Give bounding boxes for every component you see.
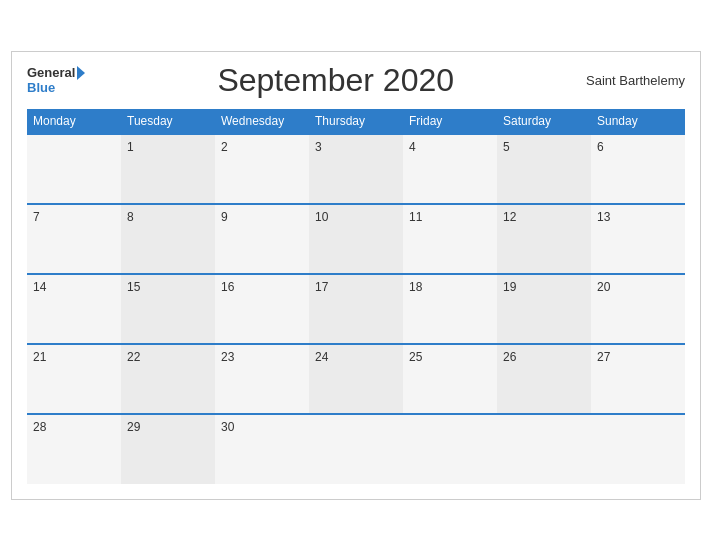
day-header-tuesday: Tuesday xyxy=(121,109,215,134)
week-row-3: 21222324252627 xyxy=(27,344,685,414)
calendar-cell: 2 xyxy=(215,134,309,204)
calendar-cell: 17 xyxy=(309,274,403,344)
logo-area: General Blue xyxy=(27,65,85,95)
day-header-sunday: Sunday xyxy=(591,109,685,134)
calendar-cell: 6 xyxy=(591,134,685,204)
calendar-header-row: MondayTuesdayWednesdayThursdayFridaySatu… xyxy=(27,109,685,134)
day-header-wednesday: Wednesday xyxy=(215,109,309,134)
calendar-cell: 21 xyxy=(27,344,121,414)
calendar-body: 1234567891011121314151617181920212223242… xyxy=(27,134,685,484)
calendar-cell: 1 xyxy=(121,134,215,204)
calendar-cell: 7 xyxy=(27,204,121,274)
day-header-monday: Monday xyxy=(27,109,121,134)
calendar-cell: 4 xyxy=(403,134,497,204)
calendar-cell: 19 xyxy=(497,274,591,344)
calendar-container: General Blue September 2020 Saint Barthe… xyxy=(11,51,701,500)
logo-blue-text: Blue xyxy=(27,80,55,95)
calendar-cell: 15 xyxy=(121,274,215,344)
calendar-grid: MondayTuesdayWednesdayThursdayFridaySatu… xyxy=(27,109,685,484)
day-headers: MondayTuesdayWednesdayThursdayFridaySatu… xyxy=(27,109,685,134)
calendar-cell: 20 xyxy=(591,274,685,344)
logo-line: General xyxy=(27,65,85,80)
calendar-cell: 8 xyxy=(121,204,215,274)
calendar-cell: 26 xyxy=(497,344,591,414)
calendar-cell: 18 xyxy=(403,274,497,344)
calendar-cell: 14 xyxy=(27,274,121,344)
calendar-title: September 2020 xyxy=(85,62,586,99)
calendar-cell: 5 xyxy=(497,134,591,204)
calendar-cell: 28 xyxy=(27,414,121,484)
calendar-cell: 25 xyxy=(403,344,497,414)
calendar-header: General Blue September 2020 Saint Barthe… xyxy=(27,62,685,99)
week-row-2: 14151617181920 xyxy=(27,274,685,344)
calendar-cell: 23 xyxy=(215,344,309,414)
calendar-cell: 27 xyxy=(591,344,685,414)
calendar-cell xyxy=(403,414,497,484)
calendar-cell: 13 xyxy=(591,204,685,274)
calendar-cell xyxy=(27,134,121,204)
calendar-cell: 10 xyxy=(309,204,403,274)
calendar-cell: 9 xyxy=(215,204,309,274)
calendar-cell xyxy=(497,414,591,484)
calendar-cell xyxy=(309,414,403,484)
day-header-saturday: Saturday xyxy=(497,109,591,134)
week-row-4: 282930 xyxy=(27,414,685,484)
calendar-region: Saint Barthelemy xyxy=(586,73,685,88)
calendar-cell xyxy=(591,414,685,484)
logo-triangle-icon xyxy=(77,66,85,80)
day-header-friday: Friday xyxy=(403,109,497,134)
calendar-cell: 11 xyxy=(403,204,497,274)
calendar-cell: 16 xyxy=(215,274,309,344)
week-row-1: 78910111213 xyxy=(27,204,685,274)
logo-general-text: General xyxy=(27,65,75,80)
calendar-cell: 22 xyxy=(121,344,215,414)
week-row-0: 123456 xyxy=(27,134,685,204)
calendar-cell: 12 xyxy=(497,204,591,274)
day-header-thursday: Thursday xyxy=(309,109,403,134)
calendar-cell: 30 xyxy=(215,414,309,484)
calendar-cell: 29 xyxy=(121,414,215,484)
calendar-cell: 24 xyxy=(309,344,403,414)
calendar-cell: 3 xyxy=(309,134,403,204)
